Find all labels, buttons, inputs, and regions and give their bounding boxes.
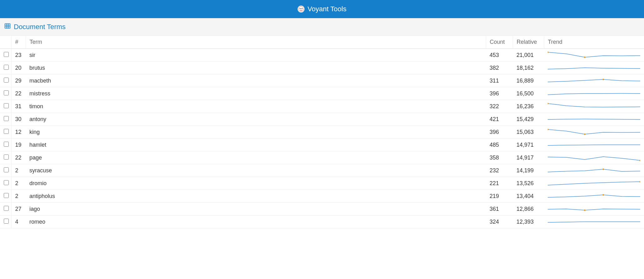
svg-point-2	[301, 8, 302, 9]
col-header-count[interactable]: Count	[486, 36, 513, 49]
row-checkbox[interactable]	[4, 193, 9, 198]
row-trend	[544, 216, 644, 228]
terms-table: # Term Count Relative Trend 23sir45321,0…	[0, 36, 644, 228]
table-row[interactable]: 22mistress39616,500	[0, 87, 644, 100]
table-row[interactable]: 20brutus38218,162	[0, 62, 644, 74]
svg-point-9	[584, 57, 586, 58]
row-trend	[544, 126, 644, 139]
col-header-relative[interactable]: Relative	[513, 36, 544, 49]
table-row[interactable]: 19hamlet48514,971	[0, 139, 644, 151]
table-row[interactable]: 2syracuse23214,199	[0, 164, 644, 177]
table-row[interactable]: 23sir45321,001	[0, 49, 644, 62]
sparkline-icon	[548, 115, 640, 123]
svg-point-18	[584, 210, 586, 211]
svg-point-11	[548, 103, 548, 104]
row-relative: 12,393	[513, 216, 544, 228]
row-count: 485	[486, 139, 513, 151]
col-header-checkbox[interactable]	[0, 36, 11, 49]
row-num: 22	[11, 151, 26, 164]
row-checkbox-cell	[0, 164, 11, 177]
app-logo-icon	[298, 6, 304, 13]
table-row[interactable]: 31timon32216,236	[0, 100, 644, 113]
svg-point-10	[602, 79, 604, 80]
table-row[interactable]: 2dromio22113,526	[0, 177, 644, 190]
row-checkbox-cell	[0, 62, 11, 74]
svg-point-14	[640, 160, 640, 161]
row-relative: 15,429	[513, 113, 544, 126]
row-term: page	[26, 151, 486, 164]
table-row[interactable]: 22page35814,917	[0, 151, 644, 164]
svg-point-16	[640, 181, 640, 183]
row-relative: 13,526	[513, 177, 544, 190]
row-count: 324	[486, 216, 513, 228]
row-count: 396	[486, 87, 513, 100]
row-num: 20	[11, 62, 26, 74]
row-count: 322	[486, 100, 513, 113]
sparkline-icon	[548, 218, 640, 226]
sparkline-icon	[548, 141, 640, 149]
sparkline-icon	[548, 205, 640, 213]
row-checkbox[interactable]	[4, 103, 9, 108]
col-header-term[interactable]: Term	[26, 36, 486, 49]
svg-point-1	[299, 8, 300, 9]
svg-point-17	[602, 194, 604, 196]
panel-header: Document Terms	[0, 18, 644, 36]
row-num: 22	[11, 87, 26, 100]
row-checkbox[interactable]	[4, 155, 9, 160]
table-row[interactable]: 30antony42115,429	[0, 113, 644, 126]
row-checkbox-cell	[0, 139, 11, 151]
row-checkbox[interactable]	[4, 78, 9, 83]
row-num: 2	[11, 177, 26, 190]
row-checkbox[interactable]	[4, 65, 9, 70]
table-row[interactable]: 12king39615,063	[0, 126, 644, 139]
row-checkbox[interactable]	[4, 219, 9, 224]
row-checkbox[interactable]	[4, 206, 9, 211]
row-trend	[544, 190, 644, 203]
row-num: 4	[11, 216, 26, 228]
col-header-num[interactable]: #	[11, 36, 26, 49]
row-checkbox[interactable]	[4, 116, 9, 121]
row-term: iago	[26, 203, 486, 216]
row-trend	[544, 113, 644, 126]
row-checkbox[interactable]	[4, 167, 9, 172]
row-checkbox[interactable]	[4, 142, 9, 147]
row-relative: 13,404	[513, 190, 544, 203]
row-relative: 12,866	[513, 203, 544, 216]
sparkline-icon	[548, 180, 640, 187]
row-checkbox-cell	[0, 151, 11, 164]
table-row[interactable]: 27iago36112,866	[0, 203, 644, 216]
row-relative: 21,001	[513, 49, 544, 62]
sparkline-icon	[548, 192, 640, 200]
row-checkbox[interactable]	[4, 90, 9, 95]
row-checkbox-cell	[0, 49, 11, 62]
row-term: timon	[26, 100, 486, 113]
row-checkbox[interactable]	[4, 52, 9, 57]
row-count: 453	[486, 49, 513, 62]
row-checkbox-cell	[0, 113, 11, 126]
row-checkbox[interactable]	[4, 129, 9, 134]
sparkline-icon	[548, 167, 640, 174]
row-count: 396	[486, 126, 513, 139]
col-header-trend[interactable]: Trend	[544, 36, 644, 49]
row-trend	[544, 164, 644, 177]
row-num: 12	[11, 126, 26, 139]
row-trend	[544, 139, 644, 151]
row-count: 358	[486, 151, 513, 164]
row-checkbox-cell	[0, 177, 11, 190]
row-checkbox-cell	[0, 87, 11, 100]
table-header-row: # Term Count Relative Trend	[0, 36, 644, 49]
table-row[interactable]: 29macbeth31116,889	[0, 74, 644, 87]
row-relative: 16,236	[513, 100, 544, 113]
row-term: romeo	[26, 216, 486, 228]
table-row[interactable]: 4romeo32412,393	[0, 216, 644, 228]
row-checkbox-cell	[0, 216, 11, 228]
row-checkbox-cell	[0, 203, 11, 216]
svg-point-0	[299, 7, 304, 12]
sparkline-icon	[548, 64, 640, 72]
row-checkbox[interactable]	[4, 180, 9, 185]
row-count: 382	[486, 62, 513, 74]
panel-title[interactable]: Document Terms	[14, 23, 66, 31]
row-trend	[544, 177, 644, 190]
table-row[interactable]: 2antipholus21913,404	[0, 190, 644, 203]
row-trend	[544, 74, 644, 87]
